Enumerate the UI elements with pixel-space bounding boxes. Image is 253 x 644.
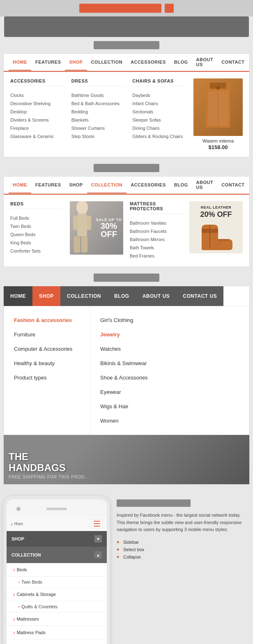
nav-shop-3[interactable]: SHOP: [32, 286, 60, 306]
nav-aboutus-2[interactable]: ABOUT US: [192, 177, 218, 193]
svg-point-2: [216, 86, 220, 90]
nav-collection-3[interactable]: COLLECTION: [60, 286, 108, 306]
nav-demo-2: HOME FEATURES SHOP COLLECTION ACCESSORIE…: [3, 176, 250, 267]
nav-home-3[interactable]: HOME: [4, 286, 32, 306]
nav-blog-3[interactable]: BLOG: [108, 286, 136, 306]
hamburger-line: [94, 526, 100, 527]
section-divider-2: [94, 164, 159, 172]
mobile-sub-quilts[interactable]: Quilts & Coverlets: [7, 601, 107, 612]
svg-rect-6: [77, 214, 87, 236]
dropdown-right-col: Girl's Clothing Jewelry Watches Bikinis …: [90, 306, 249, 435]
mobile-sub-twin-beds[interactable]: Twin Beds: [7, 577, 107, 588]
mobile-section: ⌂ Hom SHOP ▼ COLLECTION ▲ Beds Twin Beds…: [3, 496, 250, 644]
dropdown-item[interactable]: Twin Beds: [10, 222, 63, 230]
col-header-dress: DRESS: [71, 78, 126, 86]
nav-contact-2[interactable]: CONTACT: [217, 177, 248, 193]
dropdown-item[interactable]: Bathtime Goods: [71, 91, 126, 99]
nav-contact-3[interactable]: CONTACT US: [176, 286, 223, 306]
nav-aboutus-3[interactable]: ABOUT US: [136, 286, 177, 306]
dropdown-right-item[interactable]: Bikinis & Swimwear: [97, 356, 242, 370]
nav-collection-1[interactable]: COLLECTION: [87, 54, 127, 71]
dropdown-col-chairs: CHAIRS & SOFAS Daybeds Infant Chairs Sec…: [132, 78, 187, 150]
nav-blog-1[interactable]: BLOG: [170, 54, 192, 71]
dropdown-item[interactable]: Blankets: [71, 116, 126, 124]
nav-accessories-2[interactable]: ACCESSORIES: [126, 177, 170, 193]
mobile-nav-label: COLLECTION: [12, 552, 41, 557]
mobile-sub-dressers[interactable]: Dressers & Chests: [7, 639, 107, 644]
dropdown-col-beds: BEDS Full Beds Twin Beds Queen Beds King…: [10, 201, 63, 255]
mobile-nav-collection[interactable]: COLLECTION ▲: [7, 547, 107, 563]
dropdown-right-item[interactable]: Jewelry: [97, 327, 242, 342]
dropdown-right-item[interactable]: Eyewear: [97, 385, 242, 399]
dropdown-item[interactable]: King Beds: [10, 239, 63, 247]
dropdown-item[interactable]: Gliders & Rocking Chairs: [132, 132, 187, 140]
dropdown-left-col: Fashion & accessories Furniture Computer…: [4, 306, 90, 435]
search-bar[interactable]: [79, 4, 161, 13]
dropdown-right-item[interactable]: Women: [97, 414, 242, 428]
dropdown-left-item[interactable]: Product types: [11, 370, 83, 385]
mobile-nav-shop[interactable]: SHOP ▼: [7, 531, 107, 547]
mobile-nav-arrow[interactable]: ▼: [94, 535, 102, 543]
nav-home-2[interactable]: HOME: [9, 177, 31, 193]
mobile-nav-arrow[interactable]: ▲: [94, 551, 102, 559]
dropdown-left-item[interactable]: Healthy & beauty: [11, 356, 83, 370]
mobile-sub-cabinets[interactable]: Cabinets & Storage: [7, 588, 107, 601]
dropdown-right-item[interactable]: Wigs & Hair: [97, 399, 242, 414]
dropdown-item[interactable]: Decorative Shelving: [10, 99, 65, 108]
dropdown-left-item[interactable]: Furniture: [11, 327, 83, 342]
dropdown-item[interactable]: Glassware & Ceramic: [10, 132, 65, 140]
svg-rect-8: [81, 236, 87, 253]
dropdown-item[interactable]: Daybeds: [132, 91, 187, 99]
nav-shop-1[interactable]: SHOP: [65, 54, 87, 71]
mobile-sub-mattress-pads[interactable]: Mattress Pads: [7, 626, 107, 639]
dropdown-item[interactable]: Sleeper Sofas: [132, 116, 187, 124]
dropdown-item[interactable]: Fireplace: [10, 124, 65, 132]
cart-icon[interactable]: [165, 4, 174, 13]
dropdown-item[interactable]: Step Stools: [71, 132, 126, 140]
dropdown-item[interactable]: Bathroom Vanities: [130, 219, 183, 227]
dropdown-item[interactable]: Shower Curtains: [71, 124, 126, 132]
boots-ad: REAL LEATHER 20% OFF: [189, 201, 243, 253]
mobile-sub-mattresses[interactable]: Mattresses: [7, 612, 107, 626]
dropdown-item[interactable]: Bathroom Faucets: [130, 227, 183, 235]
phone-speaker: [46, 508, 67, 510]
dropdown-item[interactable]: Dining Chairs: [132, 124, 187, 132]
nav-contact-1[interactable]: CONTACT: [217, 54, 248, 71]
dropdown-left-item[interactable]: Computer & Accessories: [11, 342, 83, 356]
dropdown-item[interactable]: Bathroom Mirrors: [130, 235, 183, 244]
hamburger-button[interactable]: [91, 519, 103, 528]
dropdown-left-item[interactable]: Fashion & accessories: [11, 313, 83, 327]
dropdown-item[interactable]: Infant Chairs: [132, 99, 187, 108]
dropdown-item[interactable]: Clocks: [10, 91, 65, 99]
dropdown-item[interactable]: Full Beds: [10, 214, 63, 222]
dropdown-right-item[interactable]: Watches: [97, 342, 242, 356]
dropdown-right-item[interactable]: Shoe & Accessories: [97, 370, 242, 385]
dropdown-item[interactable]: Bedding: [71, 108, 126, 116]
nav-blog-2[interactable]: BLOG: [170, 177, 192, 193]
product-price: $158.00: [193, 144, 243, 150]
dropdown-item[interactable]: Dividers & Screens: [10, 116, 65, 124]
nav-collection-2[interactable]: COLLECTION: [87, 177, 127, 193]
hero-subtitle: FREE SHIPPING FOR THIS PROD...: [9, 475, 90, 479]
mobile-sub-beds[interactable]: Beds: [7, 563, 107, 577]
nav-features-2[interactable]: FEATURES: [31, 177, 65, 193]
dropdown-item[interactable]: Queen Beds: [10, 230, 63, 239]
nav-features-1[interactable]: FEATURES: [31, 54, 65, 71]
top-bar: [0, 0, 253, 16]
navbar-2: HOME FEATURES SHOP COLLECTION ACCESSORIE…: [4, 177, 249, 194]
dropdown-item[interactable]: Sectionals: [132, 108, 187, 116]
nav-aboutus-1[interactable]: ABOUT US: [192, 54, 218, 71]
dropdown-item[interactable]: Bed & Bath Accessories: [71, 99, 126, 108]
dropdown-right-item[interactable]: Girl's Clothing: [97, 313, 242, 327]
nav-accessories-1[interactable]: ACCESSORIES: [126, 54, 170, 71]
dropdown-item[interactable]: Desktop: [10, 108, 65, 116]
nav-home-1[interactable]: HOME: [9, 54, 31, 71]
dropdown-item[interactable]: Comforter Sets: [10, 247, 63, 255]
dropdown-item[interactable]: Bath Towels: [130, 244, 183, 252]
dropdown-col-dress: DRESS Bathtime Goods Bed & Bath Accessor…: [71, 78, 126, 150]
col-header-beds: BEDS: [10, 201, 63, 209]
hamburger-line: [94, 523, 100, 524]
svg-point-5: [76, 201, 88, 215]
dropdown-item[interactable]: Bed Frames: [130, 252, 183, 260]
nav-shop-2[interactable]: SHOP: [65, 177, 87, 193]
